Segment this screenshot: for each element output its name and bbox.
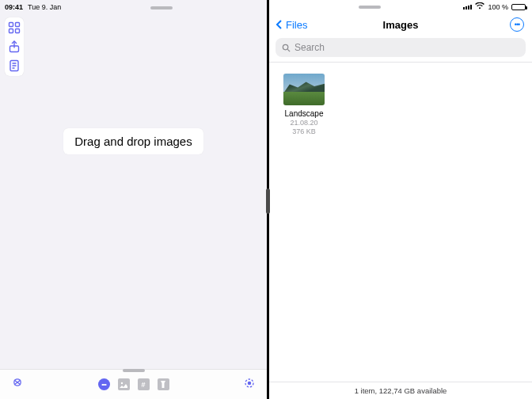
file-size: 376 KB [279, 127, 329, 136]
files-app-pane: 100 % Files Images ••• Search [269, 0, 532, 399]
svg-point-9 [248, 382, 250, 384]
ellipsis-circle-icon[interactable]: ••• [98, 378, 110, 390]
files-grid[interactable]: Landscape 21.08.20 376 KB [269, 63, 532, 382]
left-status-bar: 09:41 Tue 9. Jan [0, 0, 267, 11]
left-toolbar [5, 17, 24, 76]
person-icon[interactable] [11, 377, 24, 393]
split-divider[interactable] [267, 0, 269, 399]
hash-tool-icon[interactable]: # [138, 378, 150, 390]
grid-icon[interactable] [8, 21, 21, 34]
svg-rect-1 [16, 23, 20, 27]
bottom-center-tools: ••• # [24, 378, 243, 390]
svg-rect-3 [16, 29, 20, 33]
page-title: Images [269, 19, 532, 31]
document-icon[interactable] [8, 59, 21, 72]
target-icon[interactable] [243, 377, 256, 393]
right-status-bar: 100 % [269, 0, 532, 11]
file-thumbnail [283, 74, 325, 105]
divider-handle-icon[interactable] [266, 188, 270, 214]
svg-rect-0 [10, 23, 13, 27]
left-bottom-toolbar: ••• # [0, 369, 267, 399]
search-icon [282, 44, 291, 52]
svg-rect-2 [10, 29, 13, 33]
image-tool-icon[interactable] [118, 378, 130, 390]
drop-message: Drag and drop images [63, 128, 203, 154]
share-icon[interactable] [8, 40, 21, 53]
search-placeholder: Search [294, 42, 325, 53]
footer-summary: 1 item, 122,74 GB available [355, 386, 447, 395]
status-date: Tue 9. Jan [28, 3, 61, 11]
search-input[interactable]: Search [276, 38, 526, 57]
files-nav-bar: Files Images ••• [269, 11, 532, 35]
file-date: 21.08.20 [279, 119, 329, 127]
bottom-handle-icon[interactable] [123, 369, 145, 372]
cellular-icon [463, 5, 472, 10]
clock: 09:41 [5, 3, 23, 11]
left-app-pane: 09:41 Tue 9. Jan Drag and drop images [0, 0, 267, 399]
flashlight-tool-icon[interactable] [158, 378, 169, 390]
more-options-button[interactable]: ••• [510, 17, 524, 32]
svg-point-7 [121, 382, 123, 383]
battery-percent: 100 % [488, 3, 508, 11]
drop-area[interactable]: Drag and drop images [0, 11, 267, 369]
svg-point-10 [283, 44, 287, 49]
files-footer: 1 item, 122,74 GB available [269, 382, 532, 399]
wifi-icon [475, 2, 484, 11]
battery-icon [511, 4, 526, 10]
multitask-handle-icon[interactable] [359, 6, 381, 9]
multitask-handle-icon[interactable] [150, 6, 173, 10]
file-name: Landscape [279, 109, 329, 118]
file-item[interactable]: Landscape 21.08.20 376 KB [279, 74, 329, 137]
